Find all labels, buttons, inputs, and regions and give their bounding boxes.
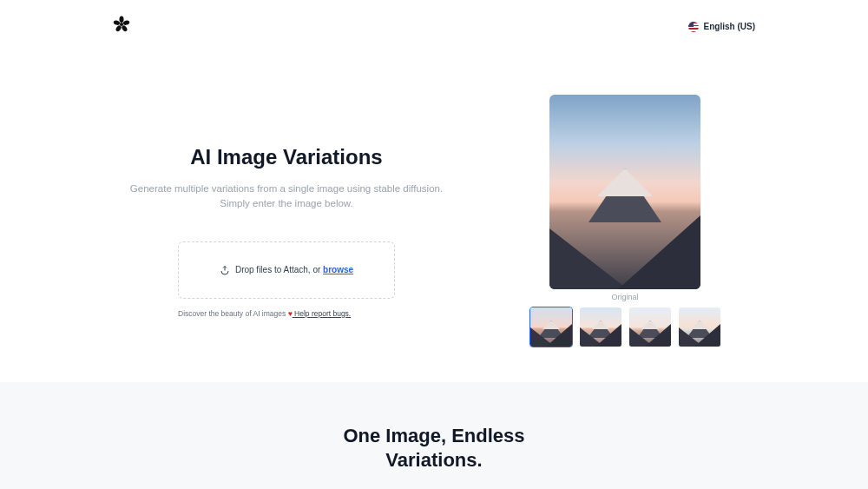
svg-point-0: [120, 23, 123, 26]
svg-point-1: [120, 16, 124, 23]
header: English (US): [0, 0, 868, 53]
logo[interactable]: [113, 16, 130, 37]
hero-section: AI Image Variations Generate multiple va…: [0, 53, 868, 382]
svg-point-5: [113, 20, 121, 26]
page-title: AI Image Variations: [190, 145, 382, 169]
page-subtitle: Generate multiple variations from a sing…: [130, 182, 443, 212]
section-two-title: One Image, Endless Variations.: [304, 424, 564, 472]
flower-icon: [113, 16, 130, 33]
hero-left-column: AI Image Variations Generate multiple va…: [113, 95, 460, 347]
browse-link[interactable]: browse: [323, 265, 353, 274]
language-selector[interactable]: English (US): [688, 22, 755, 32]
language-label: English (US): [704, 22, 755, 31]
preview-caption: Original: [611, 293, 638, 301]
svg-point-2: [122, 20, 130, 26]
upload-icon: [220, 265, 230, 275]
hero-right-column: Original: [495, 95, 755, 347]
thumbnail-2[interactable]: [579, 307, 622, 347]
section-two: One Image, Endless Variations.: [0, 382, 868, 489]
thumbnail-row: [529, 307, 721, 347]
footnote: Discover the beauty of AI images ♥ Help …: [178, 309, 395, 318]
dropzone-text: Drop files to Attach, or browse: [235, 265, 353, 274]
upload-dropzone[interactable]: Drop files to Attach, or browse: [178, 241, 395, 299]
report-bugs-link[interactable]: Help report bugs.: [293, 309, 352, 318]
mountain-scene: [549, 95, 700, 289]
preview-image-main: [549, 95, 700, 289]
flag-us-icon: [688, 22, 699, 32]
thumbnail-3[interactable]: [628, 307, 672, 347]
thumbnail-4[interactable]: [678, 307, 721, 347]
thumbnail-1[interactable]: [529, 307, 573, 347]
